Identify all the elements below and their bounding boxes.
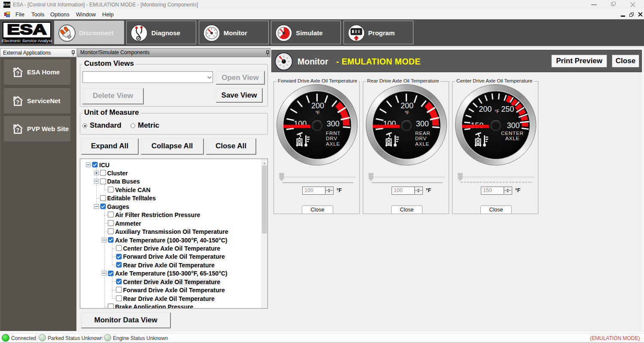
svg-text:°F: °F bbox=[315, 110, 320, 115]
svg-text:200: 200 bbox=[311, 101, 324, 110]
svg-text:AXLE: AXLE bbox=[326, 141, 340, 147]
svg-text:AXLE: AXLE bbox=[505, 135, 519, 141]
svg-text:AXLE: AXLE bbox=[415, 141, 429, 147]
svg-text:300: 300 bbox=[327, 119, 340, 128]
svg-text:200: 200 bbox=[479, 105, 492, 113]
svg-text:250: 250 bbox=[501, 105, 514, 113]
svg-text:°F: °F bbox=[495, 109, 499, 114]
svg-text:300: 300 bbox=[507, 121, 519, 130]
svg-text:300: 300 bbox=[416, 119, 429, 128]
svg-text:?: ? bbox=[16, 99, 19, 105]
svg-text:?: ? bbox=[16, 127, 19, 133]
svg-text:°F: °F bbox=[404, 110, 409, 115]
svg-text:200: 200 bbox=[401, 101, 413, 110]
svg-text:?: ? bbox=[16, 70, 19, 77]
